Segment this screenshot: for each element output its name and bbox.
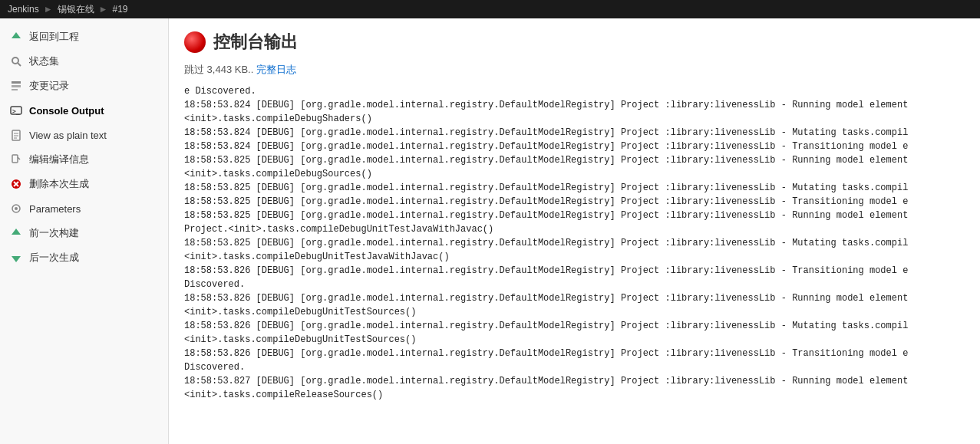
- skip-line: 跳过 3,443 KB.. 完整日志: [184, 63, 965, 77]
- next-build-icon: [9, 251, 23, 265]
- console-line: 18:58:53.825 [DEBUG] [org.gradle.model.i…: [184, 236, 965, 250]
- console-line: 18:58:53.824 [DEBUG] [org.gradle.model.i…: [184, 140, 965, 153]
- console-line: 18:58:53.825 [DEBUG] [org.gradle.model.i…: [184, 209, 965, 222]
- params-icon: [9, 202, 23, 215]
- topbar-sep2: ►: [99, 4, 108, 15]
- svg-point-18: [15, 207, 18, 210]
- sidebar-label-next-build: 后一次生成: [29, 251, 79, 265]
- skip-text: 跳过 3,443 KB..: [184, 64, 256, 75]
- console-line: 18:58:53.825 [DEBUG] [org.gradle.model.i…: [184, 153, 965, 167]
- sidebar-item-edit-build[interactable]: 编辑编译信息: [0, 147, 168, 172]
- delete-icon: [9, 177, 23, 191]
- status-red-circle: [184, 31, 206, 53]
- svg-text:>_: >_: [12, 108, 20, 115]
- search-icon: [9, 54, 23, 68]
- sidebar-label-prev-build: 前一次构建: [29, 226, 79, 240]
- console-line: 18:58:53.826 [DEBUG] [org.gradle.model.i…: [184, 291, 965, 305]
- sidebar-label-changes: 变更记录: [29, 79, 69, 93]
- console-line: 18:58:53.826 [DEBUG] [org.gradle.model.i…: [184, 347, 965, 360]
- page-title-row: 控制台输出: [184, 31, 965, 54]
- svg-marker-0: [12, 32, 21, 38]
- topbar-project-link[interactable]: 锡银在线: [58, 3, 94, 16]
- prev-build-icon: [9, 226, 23, 240]
- console-icon: >_: [9, 104, 23, 117]
- sidebar-item-prev-build[interactable]: 前一次构建: [0, 221, 168, 245]
- plain-text-icon: [9, 128, 23, 142]
- edit-icon: [9, 153, 23, 166]
- svg-marker-19: [12, 229, 21, 235]
- console-line: <init>.tasks.compileDebugUnitTestSources…: [184, 333, 965, 347]
- console-line: <init>.tasks.compileDebugShaders(): [184, 112, 965, 126]
- console-line: <init>.tasks.compileReleaseSources(): [184, 388, 965, 402]
- sidebar-item-delete-build[interactable]: 删除本次生成: [0, 172, 168, 196]
- sidebar: 返回到工程 状态集 变更记录 >_ Console Output View as: [0, 18, 169, 444]
- sidebar-item-status[interactable]: 状态集: [0, 49, 168, 74]
- layout: 返回到工程 状态集 变更记录 >_ Console Output View as: [0, 18, 980, 444]
- console-line: 18:58:53.825 [DEBUG] [org.gradle.model.i…: [184, 195, 965, 209]
- topbar-sep1: ►: [44, 4, 53, 15]
- console-line: <init>.tasks.compileDebugUnitTestJavaWit…: [184, 250, 965, 264]
- page-title: 控制台输出: [213, 31, 298, 54]
- sidebar-label-parameters: Parameters: [29, 203, 81, 215]
- svg-marker-20: [12, 256, 21, 262]
- console-line: Discovered.: [184, 278, 965, 291]
- console-line: 18:58:53.825 [DEBUG] [org.gradle.model.i…: [184, 181, 965, 195]
- console-line: 18:58:53.826 [DEBUG] [org.gradle.model.i…: [184, 264, 965, 278]
- sidebar-label-status: 状态集: [29, 54, 59, 68]
- sidebar-label-back-to-project: 返回到工程: [29, 30, 79, 44]
- main-content: 控制台输出 跳过 3,443 KB.. 完整日志 e Discovered.18…: [169, 18, 980, 444]
- up-arrow-icon: [9, 30, 23, 44]
- sidebar-label-console-output: Console Output: [29, 105, 104, 117]
- console-line: 18:58:53.827 [DEBUG] [org.gradle.model.i…: [184, 374, 965, 388]
- sidebar-label-plain-text: View as plain text: [29, 130, 107, 141]
- svg-rect-5: [12, 89, 18, 90]
- console-line: 18:58:53.824 [DEBUG] [org.gradle.model.i…: [184, 126, 965, 140]
- svg-rect-12: [12, 155, 18, 163]
- console-line: 18:58:53.826 [DEBUG] [org.gradle.model.i…: [184, 319, 965, 333]
- svg-rect-4: [12, 85, 21, 87]
- console-line: <init>.tasks.compileDebugUnitTestSources…: [184, 305, 965, 319]
- full-log-link[interactable]: 完整日志: [256, 64, 296, 75]
- topbar-build-label: #19: [112, 4, 127, 15]
- console-line: 18:58:53.824 [DEBUG] [org.gradle.model.i…: [184, 98, 965, 112]
- console-line: <init>.tasks.compileDebugSources(): [184, 167, 965, 181]
- sidebar-item-next-build[interactable]: 后一次生成: [0, 245, 168, 270]
- console-line: Discovered.: [184, 360, 965, 374]
- sidebar-label-delete-build: 删除本次生成: [29, 177, 89, 191]
- sidebar-label-edit-build: 编辑编译信息: [29, 153, 89, 166]
- sidebar-item-back-to-project[interactable]: 返回到工程: [0, 25, 168, 49]
- console-line: e Discovered.: [184, 84, 965, 98]
- topbar-jenkins-link[interactable]: Jenkins: [8, 4, 39, 15]
- sidebar-item-console-output[interactable]: >_ Console Output: [0, 98, 168, 123]
- svg-point-1: [12, 58, 18, 64]
- console-output-area: e Discovered.18:58:53.824 [DEBUG] [org.g…: [184, 84, 965, 402]
- svg-line-2: [18, 63, 21, 66]
- console-line: Project.<init>.tasks.compileDebugUnitTes…: [184, 222, 965, 236]
- sidebar-item-plain-text[interactable]: View as plain text: [0, 123, 168, 147]
- change-icon: [9, 79, 23, 93]
- topbar: Jenkins ► 锡银在线 ► #19: [0, 0, 980, 18]
- sidebar-item-parameters[interactable]: Parameters: [0, 196, 168, 221]
- sidebar-item-changes[interactable]: 变更记录: [0, 74, 168, 98]
- svg-rect-3: [12, 81, 21, 84]
